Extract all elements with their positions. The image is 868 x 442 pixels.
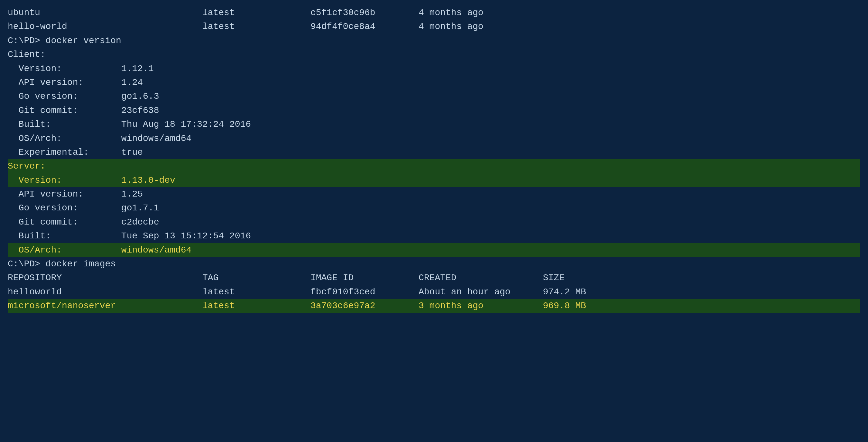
- terminal-line-cmd-docker-version: C:\PD> docker version: [8, 34, 860, 48]
- terminal-line-server-git: Git commit: c2decbe: [8, 215, 860, 229]
- terminal-line-server-version: Version: 1.13.0-dev: [8, 173, 860, 187]
- terminal-line-client-os: OS/Arch: windows/amd64: [8, 132, 860, 146]
- terminal-line-client-experimental: Experimental: true: [8, 146, 860, 159]
- terminal-line-client-api: API version: 1.24: [8, 75, 860, 89]
- terminal-line-images-header: REPOSITORY TAG IMAGE ID CREATED SIZE: [8, 271, 860, 285]
- terminal-line-client-label: Client:: [8, 48, 860, 61]
- terminal-line-server-built: Built: Tue Sep 13 15:12:54 2016: [8, 229, 860, 243]
- terminal-line-server-os: OS/Arch: windows/amd64: [8, 243, 860, 257]
- terminal-line-hello-world-line: hello-world latest 94df4f0ce8a4 4 months…: [8, 20, 860, 33]
- terminal-line-client-go: Go version: go1.6.3: [8, 89, 860, 103]
- terminal-line-cmd-docker-images: C:\PD> docker images: [8, 257, 860, 271]
- terminal-line-ubuntu-line: ubuntu latest c5f1cf30c96b 4 months ago: [8, 6, 860, 20]
- terminal-container: ubuntu latest c5f1cf30c96b 4 months agoh…: [8, 6, 860, 313]
- terminal-line-server-api: API version: 1.25: [8, 187, 860, 201]
- terminal-line-server-go: Go version: go1.7.1: [8, 201, 860, 215]
- terminal-line-server-label: Server:: [8, 159, 860, 173]
- terminal-line-helloworld-row: helloworld latest fbcf010f3ced About an …: [8, 285, 860, 299]
- terminal-line-nanoserver-row: microsoft/nanoserver latest 3a703c6e97a2…: [8, 299, 860, 313]
- terminal-line-client-git: Git commit: 23cf638: [8, 103, 860, 118]
- terminal-line-client-built: Built: Thu Aug 18 17:32:24 2016: [8, 118, 860, 131]
- terminal-line-client-version: Version: 1.12.1: [8, 62, 860, 75]
